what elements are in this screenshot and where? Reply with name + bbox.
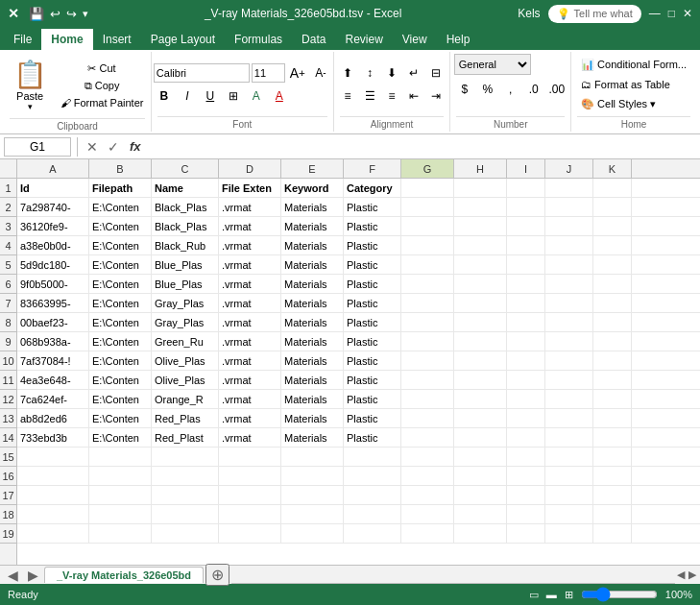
cell-14-F[interactable]: Plastic — [344, 428, 401, 447]
cell-2-F[interactable]: Plastic — [344, 198, 401, 216]
cell-2-G[interactable] — [401, 198, 454, 216]
cell-18-J[interactable] — [545, 505, 593, 523]
cell-15-G[interactable] — [401, 448, 454, 466]
cell-18-A[interactable] — [17, 505, 89, 523]
cell-1-F[interactable]: Category — [344, 179, 401, 197]
cell-14-B[interactable]: E:\Conten — [89, 428, 152, 447]
undo-icon[interactable]: ↩ — [50, 7, 60, 21]
cell-19-I[interactable] — [507, 524, 545, 543]
merge-btn[interactable]: ⊟ — [425, 62, 447, 84]
cell-10-K[interactable] — [593, 351, 632, 370]
row-num-5[interactable]: 5 — [0, 255, 16, 275]
cell-6-A[interactable]: 9f0b5000- — [17, 275, 89, 293]
cell-15-J[interactable] — [545, 448, 593, 466]
increase-decimal-btn[interactable]: .00 — [546, 79, 567, 100]
cell-7-E[interactable]: Materials — [281, 294, 344, 312]
cell-3-G[interactable] — [401, 217, 454, 235]
cell-2-K[interactable] — [593, 198, 632, 216]
cell-17-B[interactable] — [89, 486, 152, 504]
cell-8-H[interactable] — [454, 313, 507, 331]
cell-1-E[interactable]: Keyword — [281, 179, 344, 197]
cell-11-C[interactable]: Olive_Plas — [152, 371, 219, 389]
row-num-9[interactable]: 9 — [0, 332, 16, 351]
cell-4-H[interactable] — [454, 236, 507, 254]
cell-17-A[interactable] — [17, 486, 89, 504]
cell-5-E[interactable]: Materials — [281, 255, 344, 274]
cell-5-K[interactable] — [593, 255, 632, 274]
confirm-formula-btn[interactable]: ✓ — [105, 139, 122, 155]
cell-7-I[interactable] — [507, 294, 545, 312]
cell-16-I[interactable] — [507, 467, 545, 485]
cell-4-B[interactable]: E:\Conten — [89, 236, 152, 254]
font-size-input[interactable] — [252, 63, 285, 83]
cell-11-K[interactable] — [593, 371, 632, 389]
cell-3-J[interactable] — [545, 217, 593, 235]
underline-button[interactable]: U — [200, 85, 221, 107]
cell-15-E[interactable] — [281, 448, 344, 466]
cell-15-C[interactable] — [152, 448, 219, 466]
cell-1-I[interactable] — [507, 179, 545, 197]
cell-19-E[interactable] — [281, 524, 344, 543]
format-as-table-btn[interactable]: 🗂 Format as Table — [576, 76, 691, 93]
cell-17-G[interactable] — [401, 486, 454, 504]
cell-11-J[interactable] — [545, 371, 593, 389]
cell-14-J[interactable] — [545, 428, 593, 447]
scroll-left-btn[interactable]: ◀ — [4, 568, 22, 583]
cell-14-I[interactable] — [507, 428, 545, 447]
sheet-tab-1[interactable]: _V-ray Materials_326e05bd — [44, 567, 204, 583]
cell-2-D[interactable]: .vrmat — [219, 198, 281, 216]
cell-1-G[interactable] — [401, 179, 454, 197]
row-num-1[interactable]: 1 — [0, 179, 16, 198]
cell-17-E[interactable] — [281, 486, 344, 504]
cell-13-G[interactable] — [401, 409, 454, 427]
cell-11-A[interactable]: 4ea3e648- — [17, 371, 89, 389]
row-num-2[interactable]: 2 — [0, 198, 16, 217]
align-left-btn[interactable]: ≡ — [337, 85, 358, 107]
insert-function-btn[interactable]: fx — [126, 139, 145, 154]
cell-8-C[interactable]: Gray_Plas — [152, 313, 219, 331]
cancel-formula-btn[interactable]: ✕ — [84, 139, 101, 155]
cell-16-C[interactable] — [152, 467, 219, 485]
cell-7-G[interactable] — [401, 294, 454, 312]
cell-16-H[interactable] — [454, 467, 507, 485]
tell-me-text[interactable]: Tell me what — [574, 8, 633, 19]
col-header-j[interactable]: J — [545, 159, 593, 178]
cell-9-I[interactable] — [507, 332, 545, 351]
decrease-decimal-btn[interactable]: .0 — [523, 79, 544, 100]
cell-11-D[interactable]: .vrmat — [219, 371, 281, 389]
cell-5-I[interactable] — [507, 255, 545, 274]
cell-10-E[interactable]: Materials — [281, 351, 344, 370]
wrap-text-btn[interactable]: ↵ — [403, 62, 424, 84]
page-break-icon[interactable]: ⊞ — [565, 589, 573, 601]
increase-font-btn[interactable]: A+ — [287, 62, 308, 84]
minimize-btn[interactable]: — — [649, 7, 661, 20]
cell-5-B[interactable]: E:\Conten — [89, 255, 152, 274]
cell-13-I[interactable] — [507, 409, 545, 427]
cell-8-I[interactable] — [507, 313, 545, 331]
cell-14-H[interactable] — [454, 428, 507, 447]
bold-button[interactable]: B — [154, 85, 175, 107]
cell-5-G[interactable] — [401, 255, 454, 274]
cell-12-C[interactable]: Orange_R — [152, 390, 219, 408]
tab-data[interactable]: Data — [292, 29, 335, 50]
cell-3-F[interactable]: Plastic — [344, 217, 401, 235]
number-format-select[interactable]: General — [454, 54, 531, 75]
row-num-19[interactable]: 19 — [0, 524, 16, 544]
cell-8-E[interactable]: Materials — [281, 313, 344, 331]
cell-19-H[interactable] — [454, 524, 507, 543]
cell-17-D[interactable] — [219, 486, 281, 504]
cell-12-J[interactable] — [545, 390, 593, 408]
cell-16-D[interactable] — [219, 467, 281, 485]
cell-6-H[interactable] — [454, 275, 507, 293]
paste-button[interactable]: 📋 Paste ▾ — [7, 54, 54, 116]
cell-12-E[interactable]: Materials — [281, 390, 344, 408]
cell-12-G[interactable] — [401, 390, 454, 408]
row-num-7[interactable]: 7 — [0, 294, 16, 313]
cell-6-K[interactable] — [593, 275, 632, 293]
scroll-left-sheet-icon[interactable]: ◀ — [677, 569, 685, 581]
cell-4-J[interactable] — [545, 236, 593, 254]
cell-19-G[interactable] — [401, 524, 454, 543]
cell-18-D[interactable] — [219, 505, 281, 523]
cell-7-K[interactable] — [593, 294, 632, 312]
cell-7-F[interactable]: Plastic — [344, 294, 401, 312]
